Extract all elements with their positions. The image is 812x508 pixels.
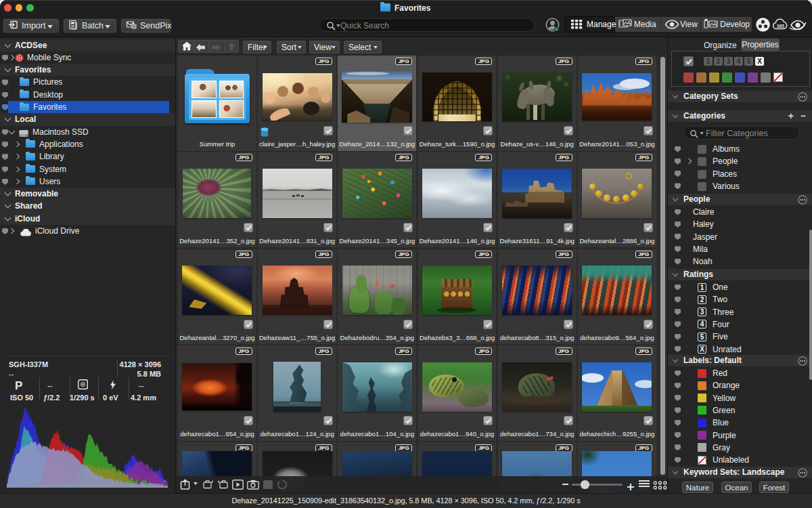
svg-text:365: 365 — [777, 24, 784, 28]
